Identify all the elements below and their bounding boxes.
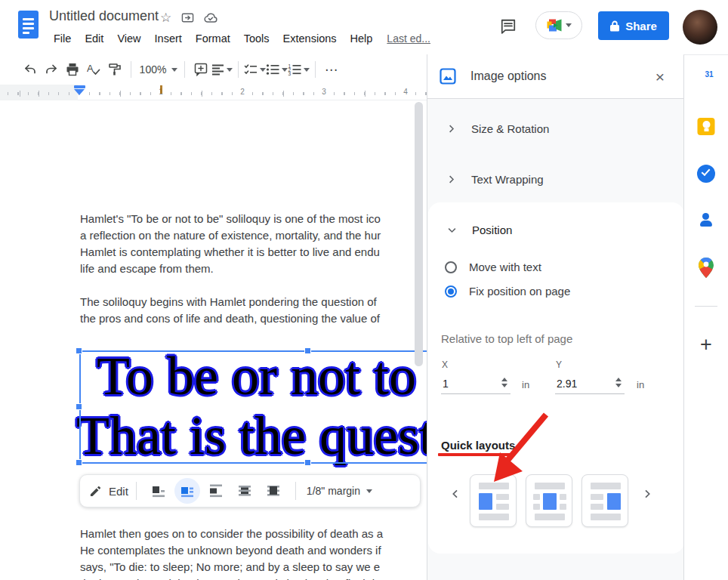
image-margin-label: 1/8" margin xyxy=(307,485,360,497)
add-addon-icon[interactable]: + xyxy=(700,333,712,356)
radio-fix-position[interactable]: Fix position on page xyxy=(445,285,570,298)
selection-handle-top-center[interactable] xyxy=(304,347,311,354)
undo-icon[interactable] xyxy=(20,59,41,80)
image-selection-border-top xyxy=(79,350,427,352)
quick-layout-option-2[interactable] xyxy=(526,474,572,527)
menu-view[interactable]: View xyxy=(112,30,146,47)
doc-text-line: the pros and cons of life and death, que… xyxy=(80,310,380,327)
menu-extensions[interactable]: Extensions xyxy=(278,30,342,47)
doc-text-line: the heartache and the thousand natural s… xyxy=(80,575,381,580)
y-field-label: Y xyxy=(556,359,562,370)
menu-format[interactable]: Format xyxy=(190,30,236,47)
chevron-right-icon xyxy=(446,123,457,134)
document-scrollbar[interactable] xyxy=(415,102,423,366)
menu-edit[interactable]: Edit xyxy=(79,30,109,47)
carousel-left-icon[interactable] xyxy=(449,488,461,500)
google-tasks-icon[interactable] xyxy=(697,165,715,183)
star-icon[interactable]: ☆ xyxy=(160,10,171,26)
section-size-rotation[interactable]: Size & Rotation xyxy=(427,113,684,143)
alignment-icon[interactable] xyxy=(211,59,233,80)
image-options-panel: Image options × Size & Rotation Text Wra… xyxy=(427,54,683,580)
open-comments-button[interactable] xyxy=(495,14,521,39)
selection-handle-top-left[interactable] xyxy=(76,347,82,354)
checklist-caret-icon xyxy=(260,68,266,72)
svg-text:A: A xyxy=(87,63,94,74)
image-options-header: Image options × xyxy=(427,54,684,99)
x-stepper[interactable] xyxy=(501,378,507,387)
numbered-list-caret-icon xyxy=(304,68,310,72)
bulleted-list-icon[interactable] xyxy=(266,59,288,80)
in-front-of-text-icon[interactable] xyxy=(259,478,288,504)
svg-text:3: 3 xyxy=(288,71,292,76)
menu-file[interactable]: File xyxy=(48,30,76,47)
quick-layouts-label: Quick layouts xyxy=(441,439,515,452)
close-panel-icon[interactable]: × xyxy=(649,66,671,87)
wrap-text-icon-selected[interactable] xyxy=(174,478,200,504)
indent-marker[interactable] xyxy=(74,85,85,95)
account-avatar[interactable] xyxy=(683,10,717,45)
numbered-list-icon[interactable]: 1 2 3 xyxy=(288,59,310,80)
y-position-input[interactable]: 2.91 xyxy=(555,375,625,394)
image-options-icon xyxy=(439,67,457,85)
spelling-check-icon[interactable]: A xyxy=(83,59,104,80)
doc-text-line: a reflection on the nature of existence,… xyxy=(80,227,381,244)
cursor-position-marker xyxy=(160,85,162,94)
cloud-status-icon[interactable] xyxy=(204,12,217,23)
chevron-right-icon xyxy=(446,174,457,185)
google-maps-icon[interactable] xyxy=(699,258,714,278)
selection-handle-middle-left[interactable] xyxy=(76,403,82,410)
y-stepper[interactable] xyxy=(615,378,622,387)
zoom-select[interactable]: 100% xyxy=(137,59,179,80)
checklist-icon[interactable] xyxy=(244,59,266,80)
x-position-input[interactable]: 1 xyxy=(441,375,511,394)
annotation-red-underline xyxy=(438,453,511,456)
image-content-text-line-2: That is the question: xyxy=(76,405,427,467)
section-position-toggle[interactable]: Position xyxy=(428,214,685,245)
quick-layout-option-1[interactable] xyxy=(470,474,517,527)
image-margin-select[interactable]: 1/8" margin xyxy=(304,485,372,497)
more-options-icon[interactable]: ⋯ xyxy=(321,59,342,80)
quick-layout-option-3[interactable] xyxy=(581,474,628,527)
relative-position-label: Relative to top left of page xyxy=(441,332,572,345)
menu-insert[interactable]: Insert xyxy=(150,30,187,47)
pencil-icon xyxy=(89,485,102,498)
section-text-wrapping[interactable]: Text Wrapping xyxy=(427,164,684,194)
google-meet-button[interactable] xyxy=(535,11,582,39)
x-unit-label: in xyxy=(522,379,529,390)
menu-help[interactable]: Help xyxy=(345,30,378,47)
radio-selected-icon xyxy=(445,285,457,298)
menu-tools[interactable]: Tools xyxy=(239,30,275,47)
google-keep-icon[interactable] xyxy=(698,118,715,135)
google-meet-icon xyxy=(547,19,562,32)
behind-text-icon[interactable] xyxy=(230,478,259,504)
share-button-label: Share xyxy=(625,20,657,32)
insert-comment-icon[interactable] xyxy=(190,59,211,80)
selection-handle-bottom-center[interactable] xyxy=(304,459,311,466)
break-text-icon[interactable] xyxy=(202,478,230,504)
google-docs-window: Untitled document ☆ File Edit View Inser… xyxy=(0,0,728,580)
doc-text-line: Hamlet is contemplating whether it is be… xyxy=(80,244,380,261)
document-title[interactable]: Untitled document xyxy=(49,8,159,24)
doc-text-line: He contemplates the unknown beyond death… xyxy=(80,542,381,559)
last-edit-link[interactable]: Last ed... xyxy=(385,30,432,47)
zoom-caret-icon xyxy=(171,68,177,72)
carousel-right-icon[interactable] xyxy=(641,488,653,500)
paint-format-icon[interactable] xyxy=(104,59,125,80)
selection-handle-bottom-left[interactable] xyxy=(76,459,82,466)
redo-icon[interactable] xyxy=(41,59,62,80)
lock-icon xyxy=(610,20,619,32)
share-button[interactable]: Share xyxy=(598,11,669,40)
doc-text-line: says, "To die: to sleep; No more; and by… xyxy=(80,559,380,575)
google-docs-logo-icon[interactable] xyxy=(18,11,39,39)
chevron-down-icon xyxy=(446,224,458,236)
main-toolbar: A 100% xyxy=(0,54,427,85)
horizontal-ruler[interactable]: 1 2 3 4 xyxy=(0,85,427,100)
wrap-inline-icon[interactable] xyxy=(144,478,173,504)
print-icon[interactable] xyxy=(62,59,83,80)
header-bar: Untitled document ☆ File Edit View Inser… xyxy=(0,0,728,54)
document-page[interactable]: Hamlet's "To be or not to be" soliloquy … xyxy=(0,100,427,580)
move-folder-icon[interactable] xyxy=(181,11,194,24)
google-contacts-icon[interactable] xyxy=(698,212,714,229)
edit-image-button[interactable]: Edit xyxy=(89,485,128,498)
radio-move-with-text[interactable]: Move with text xyxy=(445,261,541,273)
